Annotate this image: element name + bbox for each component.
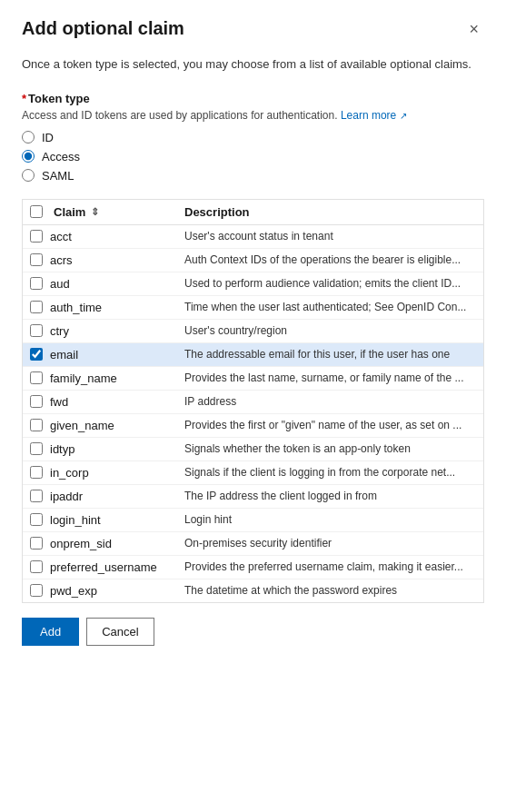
radio-item-saml: SAML: [22, 169, 484, 183]
row-claim-cell: login_hint: [30, 513, 184, 527]
row-checkbox-pwd_exp[interactable]: [30, 584, 43, 597]
radio-saml[interactable]: [22, 169, 35, 182]
token-type-section: *Token type Access and ID tokens are use…: [22, 92, 484, 183]
required-star: *: [22, 92, 26, 105]
row-checkbox-family_name[interactable]: [30, 371, 43, 384]
token-type-label: *Token type: [22, 92, 484, 105]
footer-buttons: Add Cancel: [22, 618, 484, 646]
claim-name: ipaddr: [50, 490, 83, 503]
radio-access-label[interactable]: Access: [42, 150, 80, 163]
row-checkbox-login_hint[interactable]: [30, 513, 43, 526]
claim-name: family_name: [50, 371, 117, 385]
row-claim-cell: ctry: [30, 324, 184, 338]
radio-id-label[interactable]: ID: [42, 131, 54, 144]
table-row: onprem_sid On-premises security identifi…: [23, 532, 483, 556]
claim-name: fwd: [50, 395, 68, 409]
claim-name: acct: [50, 230, 72, 243]
select-all-checkbox[interactable]: [30, 205, 43, 218]
row-desc-cell: User's country/region: [184, 324, 476, 337]
row-desc-cell: Provides the preferred username claim, m…: [184, 560, 476, 573]
table-row: acrs Auth Context IDs of the operations …: [23, 249, 483, 272]
row-checkbox-acct[interactable]: [30, 230, 43, 243]
learn-more-link[interactable]: Learn more ↗: [341, 109, 407, 122]
table-row: ctry User's country/region: [23, 320, 483, 343]
row-claim-cell: preferred_username: [30, 560, 184, 574]
row-claim-cell: acrs: [30, 253, 184, 267]
claim-name: onprem_sid: [50, 537, 112, 550]
table-row: in_corp Signals if the client is logging…: [23, 461, 483, 485]
radio-id[interactable]: [22, 131, 35, 144]
row-desc-cell: The IP address the client logged in from: [184, 490, 476, 502]
dialog-description: Once a token type is selected, you may c…: [22, 55, 484, 74]
table-row: fwd IP address: [23, 391, 483, 414]
col-desc-header: Description: [184, 205, 476, 219]
row-claim-cell: pwd_exp: [30, 584, 184, 598]
row-desc-cell: User's account status in tenant: [184, 230, 476, 243]
table-header: Claim ⇕ Description: [23, 200, 483, 225]
table-row: email The addressable email for this use…: [23, 343, 483, 367]
row-claim-cell: given_name: [30, 419, 184, 432]
dialog-title: Add optional claim: [22, 18, 184, 39]
table-row: ipaddr The IP address the client logged …: [23, 485, 483, 509]
table-body: acct User's account status in tenant acr…: [23, 225, 483, 602]
row-claim-cell: family_name: [30, 371, 184, 385]
row-desc-cell: Time when the user last authenticated; S…: [184, 301, 476, 313]
row-checkbox-email[interactable]: [30, 348, 43, 361]
row-checkbox-auth_time[interactable]: [30, 301, 43, 313]
sort-icon[interactable]: ⇕: [91, 206, 99, 218]
add-optional-claim-dialog: Add optional claim × Once a token type i…: [0, 0, 506, 812]
row-checkbox-fwd[interactable]: [30, 395, 43, 408]
table-row: acct User's account status in tenant: [23, 225, 483, 249]
row-desc-cell: IP address: [184, 395, 476, 408]
table-row: pwd_exp The datetime at which the passwo…: [23, 579, 483, 602]
row-claim-cell: email: [30, 348, 184, 361]
row-claim-cell: in_corp: [30, 466, 184, 480]
claim-name: idtyp: [50, 442, 74, 456]
row-claim-cell: ipaddr: [30, 490, 184, 503]
row-checkbox-in_corp[interactable]: [30, 466, 43, 479]
row-checkbox-given_name[interactable]: [30, 419, 43, 431]
row-desc-cell: Provides the last name, surname, or fami…: [184, 371, 476, 384]
claim-name: ctry: [50, 324, 69, 338]
add-button[interactable]: Add: [22, 618, 79, 646]
table-row: auth_time Time when the user last authen…: [23, 296, 483, 320]
radio-access[interactable]: [22, 150, 35, 163]
row-claim-cell: fwd: [30, 395, 184, 409]
claim-name: auth_time: [50, 301, 102, 314]
row-checkbox-preferred_username[interactable]: [30, 560, 43, 573]
row-claim-cell: aud: [30, 277, 184, 291]
row-claim-cell: auth_time: [30, 301, 184, 314]
external-link-icon: ↗: [400, 111, 407, 121]
claim-name: preferred_username: [50, 560, 157, 574]
cancel-button[interactable]: Cancel: [86, 618, 154, 646]
claims-table: Claim ⇕ Description acct User's account …: [22, 199, 484, 603]
row-checkbox-onprem_sid[interactable]: [30, 537, 43, 550]
claim-name: email: [50, 348, 78, 361]
row-desc-cell: The addressable email for this user, if …: [184, 348, 476, 361]
row-checkbox-aud[interactable]: [30, 277, 43, 290]
col-claim-header: Claim ⇕: [30, 205, 184, 219]
row-checkbox-ctry[interactable]: [30, 324, 43, 337]
table-row: aud Used to perform audience validation;…: [23, 272, 483, 296]
row-checkbox-idtyp[interactable]: [30, 442, 43, 455]
table-row: login_hint Login hint: [23, 509, 483, 532]
radio-item-access: Access: [22, 150, 484, 163]
table-row: family_name Provides the last name, surn…: [23, 367, 483, 391]
row-checkbox-ipaddr[interactable]: [30, 490, 43, 502]
table-row: preferred_username Provides the preferre…: [23, 556, 483, 579]
row-desc-cell: Signals whether the token is an app-only…: [184, 442, 476, 455]
claim-name: acrs: [50, 253, 73, 267]
row-claim-cell: acct: [30, 230, 184, 243]
claim-name: login_hint: [50, 513, 101, 527]
row-desc-cell: Auth Context IDs of the operations the b…: [184, 253, 476, 266]
close-button[interactable]: ×: [463, 18, 484, 41]
radio-saml-label[interactable]: SAML: [42, 169, 74, 183]
row-desc-cell: Provides the first or "given" name of th…: [184, 419, 476, 431]
row-desc-cell: Login hint: [184, 513, 476, 526]
dialog-header: Add optional claim ×: [22, 18, 484, 41]
row-checkbox-acrs[interactable]: [30, 253, 43, 266]
claim-name: in_corp: [50, 466, 89, 480]
row-claim-cell: idtyp: [30, 442, 184, 456]
row-desc-cell: Signals if the client is logging in from…: [184, 466, 476, 479]
token-type-radio-group: ID Access SAML: [22, 131, 484, 183]
